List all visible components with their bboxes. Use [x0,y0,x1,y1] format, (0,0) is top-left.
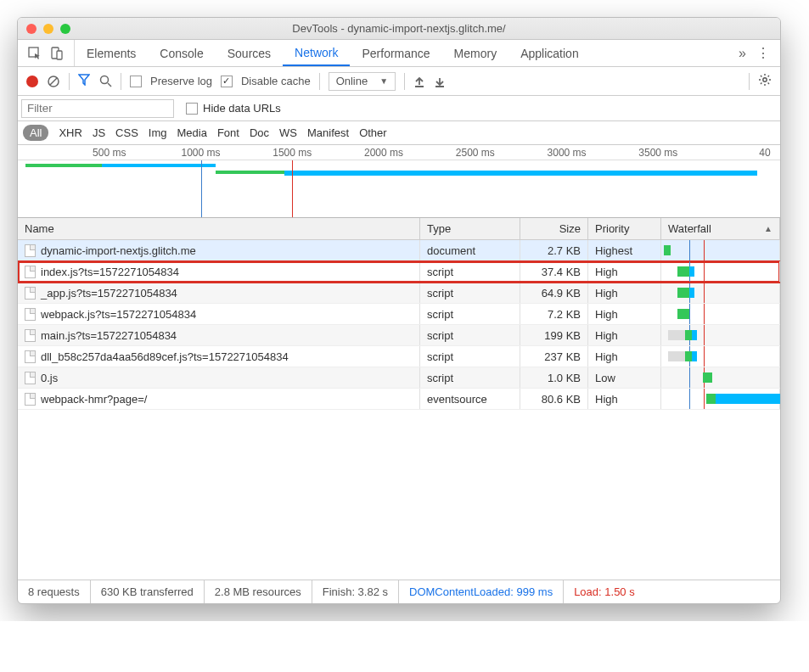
type-filter-media[interactable]: Media [177,126,206,139]
column-header-name[interactable]: Name [18,218,420,239]
hide-data-urls-checkbox[interactable] [186,103,198,115]
svg-rect-2 [57,51,62,59]
chevron-down-icon: ▼ [379,76,388,86]
cell-waterfall [661,325,780,345]
request-row[interactable]: main.js?ts=1572271054834script199 KBHigh [18,325,780,346]
cell-type: script [420,261,520,282]
clear-icon[interactable] [47,75,60,88]
cell-name: _app.js?ts=1572271054834 [18,283,420,303]
tab-performance[interactable]: Performance [350,40,441,66]
column-header-size[interactable]: Size [520,218,588,239]
type-filter-ws[interactable]: WS [279,126,297,139]
waterfall-bar [692,351,697,361]
record-button[interactable] [26,76,38,87]
file-icon [25,393,36,406]
cell-size: 199 KB [520,325,588,345]
request-row[interactable]: dll_b58c257da4aa56d89cef.js?ts=157227105… [18,346,780,367]
inspect-element-icon[interactable] [28,47,42,60]
column-header-type[interactable]: Type [420,218,520,239]
search-icon[interactable] [98,75,112,88]
file-icon [25,372,36,384]
timeline-tick: 1000 ms [182,145,221,160]
download-har-icon[interactable] [434,76,446,87]
request-row[interactable]: webpack-hmr?page=/eventsource80.6 KBHigh [18,389,780,410]
waterfall-bar [689,266,694,277]
filter-icon[interactable] [78,74,90,88]
request-row[interactable]: 0.jsscript1.0 KBLow [18,367,780,389]
request-row[interactable]: _app.js?ts=1572271054834script64.9 KBHig… [18,283,780,304]
tab-elements[interactable]: Elements [75,40,148,66]
panel-tabbar: ElementsConsoleSourcesNetworkPerformance… [18,40,780,67]
tab-console[interactable]: Console [148,40,215,66]
preserve-log-label: Preserve log [150,75,212,87]
file-icon [25,350,36,363]
type-filter-img[interactable]: Img [149,126,167,139]
cell-size: 64.9 KB [520,283,588,303]
cell-waterfall [661,261,780,282]
waterfall-bar [677,309,689,319]
tab-sources[interactable]: Sources [216,40,283,66]
waterfall-bar [664,245,671,255]
device-toolbar-icon[interactable] [50,47,64,60]
window-controls [26,24,70,34]
cell-type: script [420,283,520,303]
timeline-tick: 40 [759,145,770,160]
type-filter-xhr[interactable]: XHR [59,126,81,139]
disable-cache-checkbox[interactable] [221,76,233,87]
cell-priority: High [588,283,661,303]
cell-waterfall [661,283,780,303]
tab-network[interactable]: Network [283,40,350,66]
cell-size: 37.4 KB [520,261,588,282]
devtools-window: DevTools - dynamic-import-nextjs.glitch.… [17,17,781,604]
waterfall-bar [706,394,716,404]
waterfall-bar [677,288,689,298]
file-icon [25,308,36,321]
request-row[interactable]: index.js?ts=1572271054834script37.4 KBHi… [18,261,780,283]
status-transferred: 630 KB transferred [91,580,205,603]
cell-priority: High [588,261,661,282]
timeline-overview[interactable]: 500 ms1000 ms1500 ms2000 ms2500 ms3000 m… [18,145,780,218]
more-tabs-icon[interactable]: » [739,46,746,61]
type-filter-other[interactable]: Other [359,126,387,139]
status-bar: 8 requests 630 KB transferred 2.8 MB res… [18,580,780,603]
disable-cache-label: Disable cache [241,75,311,87]
close-button[interactable] [26,24,37,34]
type-filter-font[interactable]: Font [217,126,239,139]
column-header-priority[interactable]: Priority [588,218,661,239]
waterfall-bar [703,372,712,383]
request-row[interactable]: webpack.js?ts=1572271054834script7.2 KBH… [18,304,780,325]
throttling-value: Online [336,75,368,87]
sort-indicator-icon: ▲ [764,224,772,233]
column-header-waterfall[interactable]: Waterfall ▲ [661,218,780,239]
cell-name: webpack.js?ts=1572271054834 [18,304,420,324]
minimize-button[interactable] [43,24,53,34]
timeline-tick: 2000 ms [364,145,403,160]
cell-waterfall [661,367,780,388]
timeline-tick: 3500 ms [638,145,677,160]
status-finish: Finish: 3.82 s [312,580,399,603]
maximize-button[interactable] [60,24,70,34]
request-row[interactable]: dynamic-import-nextjs.glitch.medocument2… [18,240,780,261]
file-icon [25,266,36,278]
upload-har-icon[interactable] [413,76,425,87]
throttling-dropdown[interactable]: Online ▼ [329,72,396,91]
cell-priority: High [588,346,661,367]
type-filter-doc[interactable]: Doc [250,126,269,139]
cell-type: script [420,367,520,388]
type-filter-js[interactable]: JS [93,126,105,139]
cell-priority: Highest [588,240,661,260]
type-filter-all[interactable]: All [23,125,48,141]
cell-size: 80.6 KB [520,389,588,409]
cell-waterfall [661,304,780,324]
filter-input[interactable] [21,99,174,118]
type-filter-manifest[interactable]: Manifest [307,126,349,139]
preserve-log-checkbox[interactable] [130,76,142,87]
settings-gear-icon[interactable] [758,73,772,90]
tab-application[interactable]: Application [508,40,591,66]
tab-memory[interactable]: Memory [442,40,509,66]
status-requests: 8 requests [18,580,91,603]
cell-size: 1.0 KB [520,367,588,388]
type-filter-css[interactable]: CSS [115,126,138,139]
kebab-menu-icon[interactable]: ⋮ [756,45,770,61]
waterfall-bar [668,351,684,361]
